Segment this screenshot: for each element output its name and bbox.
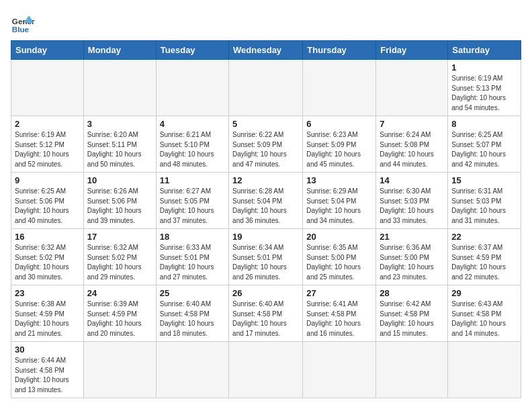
generalblue-logo-icon: General Blue xyxy=(11,11,35,35)
day-number: 9 xyxy=(15,175,80,185)
day-number: 19 xyxy=(232,232,299,242)
day-number: 1 xyxy=(451,62,517,73)
day-number: 26 xyxy=(232,288,299,298)
day-number: 11 xyxy=(160,175,225,185)
calendar-cell: 10Sunrise: 6:26 AM Sunset: 5:06 PM Dayli… xyxy=(83,173,156,229)
day-info: Sunrise: 6:33 AM Sunset: 5:01 PM Dayligh… xyxy=(160,243,225,282)
calendar-cell: 19Sunrise: 6:34 AM Sunset: 5:01 PM Dayli… xyxy=(229,229,303,285)
calendar-cell: 14Sunrise: 6:30 AM Sunset: 5:03 PM Dayli… xyxy=(376,173,448,229)
day-info: Sunrise: 6:28 AM Sunset: 5:04 PM Dayligh… xyxy=(232,187,299,226)
calendar-header-wednesday: Wednesday xyxy=(229,41,303,60)
day-number: 6 xyxy=(306,119,372,129)
day-number: 25 xyxy=(160,288,225,298)
day-number: 30 xyxy=(15,345,80,355)
day-number: 3 xyxy=(87,119,152,129)
day-number: 22 xyxy=(451,232,517,242)
day-info: Sunrise: 6:27 AM Sunset: 5:05 PM Dayligh… xyxy=(160,187,225,226)
day-info: Sunrise: 6:42 AM Sunset: 4:58 PM Dayligh… xyxy=(380,300,444,338)
day-info: Sunrise: 6:25 AM Sunset: 5:06 PM Dayligh… xyxy=(15,187,80,226)
day-info: Sunrise: 6:32 AM Sunset: 5:02 PM Dayligh… xyxy=(15,243,80,282)
day-number: 16 xyxy=(15,232,80,242)
calendar-week-row: 23Sunrise: 6:38 AM Sunset: 4:59 PM Dayli… xyxy=(11,285,521,342)
calendar-week-row: 30Sunrise: 6:44 AM Sunset: 4:58 PM Dayli… xyxy=(11,342,521,398)
day-number: 2 xyxy=(15,119,80,129)
calendar-cell xyxy=(229,60,303,116)
calendar-cell: 27Sunrise: 6:41 AM Sunset: 4:58 PM Dayli… xyxy=(303,285,376,342)
day-info: Sunrise: 6:29 AM Sunset: 5:04 PM Dayligh… xyxy=(306,187,372,226)
calendar-cell: 8Sunrise: 6:25 AM Sunset: 5:07 PM Daylig… xyxy=(448,116,521,173)
day-number: 14 xyxy=(380,175,444,185)
day-info: Sunrise: 6:35 AM Sunset: 5:00 PM Dayligh… xyxy=(306,243,372,282)
calendar-cell xyxy=(448,342,521,398)
day-info: Sunrise: 6:40 AM Sunset: 4:58 PM Dayligh… xyxy=(160,300,225,338)
calendar-cell: 28Sunrise: 6:42 AM Sunset: 4:58 PM Dayli… xyxy=(376,285,448,342)
calendar-cell: 5Sunrise: 6:22 AM Sunset: 5:09 PM Daylig… xyxy=(229,116,303,173)
calendar-cell: 25Sunrise: 6:40 AM Sunset: 4:58 PM Dayli… xyxy=(156,285,228,342)
day-info: Sunrise: 6:25 AM Sunset: 5:07 PM Dayligh… xyxy=(451,130,517,169)
calendar-cell xyxy=(11,60,84,116)
calendar-week-row: 1Sunrise: 6:19 AM Sunset: 5:13 PM Daylig… xyxy=(11,60,521,116)
day-number: 27 xyxy=(306,288,372,298)
svg-text:Blue: Blue xyxy=(12,25,30,34)
day-info: Sunrise: 6:19 AM Sunset: 5:12 PM Dayligh… xyxy=(15,130,80,169)
day-info: Sunrise: 6:43 AM Sunset: 4:58 PM Dayligh… xyxy=(451,300,517,338)
day-info: Sunrise: 6:38 AM Sunset: 4:59 PM Dayligh… xyxy=(15,300,80,338)
calendar-header-thursday: Thursday xyxy=(303,41,376,60)
calendar-week-row: 2Sunrise: 6:19 AM Sunset: 5:12 PM Daylig… xyxy=(11,116,521,173)
calendar-week-row: 16Sunrise: 6:32 AM Sunset: 5:02 PM Dayli… xyxy=(11,229,521,285)
day-info: Sunrise: 6:19 AM Sunset: 5:13 PM Dayligh… xyxy=(451,74,517,113)
calendar-cell xyxy=(229,342,303,398)
day-number: 13 xyxy=(306,175,372,185)
calendar-header-sunday: Sunday xyxy=(11,41,84,60)
calendar-cell: 6Sunrise: 6:23 AM Sunset: 5:09 PM Daylig… xyxy=(303,116,376,173)
calendar-cell: 12Sunrise: 6:28 AM Sunset: 5:04 PM Dayli… xyxy=(229,173,303,229)
calendar-header-saturday: Saturday xyxy=(448,41,521,60)
calendar-cell: 30Sunrise: 6:44 AM Sunset: 4:58 PM Dayli… xyxy=(11,342,84,398)
day-number: 28 xyxy=(380,288,444,298)
calendar-header-monday: Monday xyxy=(83,41,156,60)
day-number: 8 xyxy=(451,119,517,129)
calendar-cell: 24Sunrise: 6:39 AM Sunset: 4:59 PM Dayli… xyxy=(83,285,156,342)
day-info: Sunrise: 6:31 AM Sunset: 5:03 PM Dayligh… xyxy=(451,187,517,226)
day-number: 24 xyxy=(87,288,152,298)
calendar-cell xyxy=(83,342,156,398)
day-info: Sunrise: 6:44 AM Sunset: 4:58 PM Dayligh… xyxy=(15,356,80,395)
calendar-cell: 17Sunrise: 6:32 AM Sunset: 5:02 PM Dayli… xyxy=(83,229,156,285)
day-number: 23 xyxy=(15,288,80,298)
calendar-cell xyxy=(83,60,156,116)
calendar-cell: 3Sunrise: 6:20 AM Sunset: 5:11 PM Daylig… xyxy=(83,116,156,173)
calendar-cell: 4Sunrise: 6:21 AM Sunset: 5:10 PM Daylig… xyxy=(156,116,228,173)
day-number: 20 xyxy=(306,232,372,242)
day-number: 4 xyxy=(160,119,225,129)
day-number: 15 xyxy=(451,175,517,185)
page-header: General Blue xyxy=(11,11,521,35)
day-number: 7 xyxy=(380,119,444,129)
day-info: Sunrise: 6:26 AM Sunset: 5:06 PM Dayligh… xyxy=(87,187,152,226)
calendar-table: SundayMondayTuesdayWednesdayThursdayFrid… xyxy=(11,40,521,398)
calendar-cell: 1Sunrise: 6:19 AM Sunset: 5:13 PM Daylig… xyxy=(448,60,521,116)
day-info: Sunrise: 6:20 AM Sunset: 5:11 PM Dayligh… xyxy=(87,130,152,169)
day-number: 18 xyxy=(160,232,225,242)
day-number: 12 xyxy=(232,175,299,185)
calendar-week-row: 9Sunrise: 6:25 AM Sunset: 5:06 PM Daylig… xyxy=(11,173,521,229)
day-info: Sunrise: 6:21 AM Sunset: 5:10 PM Dayligh… xyxy=(160,130,225,169)
calendar-cell: 23Sunrise: 6:38 AM Sunset: 4:59 PM Dayli… xyxy=(11,285,84,342)
calendar-cell: 18Sunrise: 6:33 AM Sunset: 5:01 PM Dayli… xyxy=(156,229,228,285)
day-info: Sunrise: 6:24 AM Sunset: 5:08 PM Dayligh… xyxy=(380,130,444,169)
day-info: Sunrise: 6:37 AM Sunset: 4:59 PM Dayligh… xyxy=(451,243,517,282)
calendar-cell: 11Sunrise: 6:27 AM Sunset: 5:05 PM Dayli… xyxy=(156,173,228,229)
calendar-cell: 21Sunrise: 6:36 AM Sunset: 5:00 PM Dayli… xyxy=(376,229,448,285)
day-info: Sunrise: 6:22 AM Sunset: 5:09 PM Dayligh… xyxy=(232,130,299,169)
calendar-cell xyxy=(303,60,376,116)
calendar-cell: 29Sunrise: 6:43 AM Sunset: 4:58 PM Dayli… xyxy=(448,285,521,342)
day-info: Sunrise: 6:41 AM Sunset: 4:58 PM Dayligh… xyxy=(306,300,372,338)
calendar-cell xyxy=(156,342,228,398)
calendar-cell: 2Sunrise: 6:19 AM Sunset: 5:12 PM Daylig… xyxy=(11,116,84,173)
calendar-header-tuesday: Tuesday xyxy=(156,41,228,60)
calendar-cell xyxy=(376,60,448,116)
calendar-cell xyxy=(156,60,228,116)
day-info: Sunrise: 6:32 AM Sunset: 5:02 PM Dayligh… xyxy=(87,243,152,282)
day-number: 10 xyxy=(87,175,152,185)
day-number: 29 xyxy=(451,288,517,298)
day-info: Sunrise: 6:34 AM Sunset: 5:01 PM Dayligh… xyxy=(232,243,299,282)
